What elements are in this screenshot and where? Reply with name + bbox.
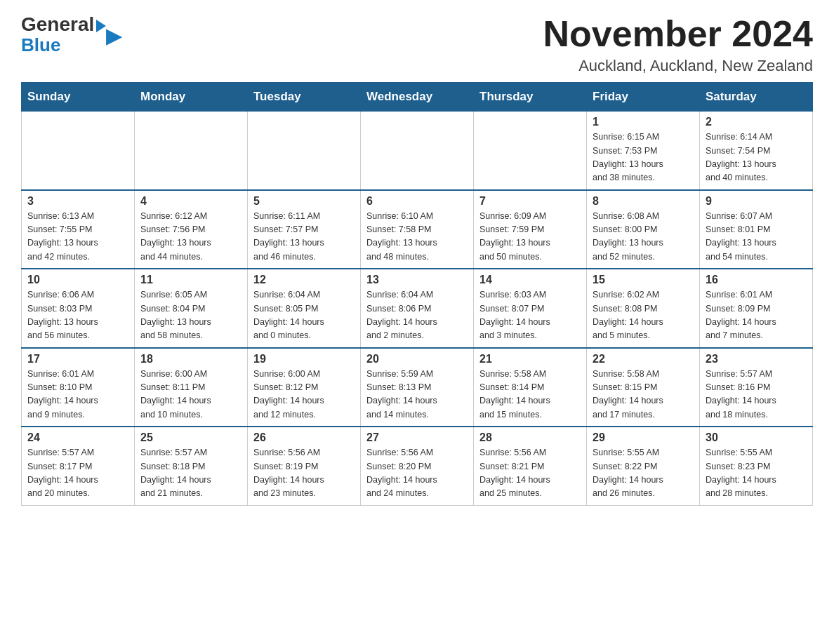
calendar-cell: 10Sunrise: 6:06 AM Sunset: 8:03 PM Dayli… xyxy=(22,269,135,348)
day-number: 13 xyxy=(366,274,468,286)
day-info: Sunrise: 6:07 AM Sunset: 8:01 PM Dayligh… xyxy=(706,210,807,264)
day-info: Sunrise: 6:04 AM Sunset: 8:05 PM Dayligh… xyxy=(253,288,355,343)
calendar-cell: 15Sunrise: 6:02 AM Sunset: 8:08 PM Dayli… xyxy=(587,269,700,348)
day-number: 21 xyxy=(479,353,581,365)
calendar-cell: 25Sunrise: 5:57 AM Sunset: 8:18 PM Dayli… xyxy=(135,427,248,505)
day-info: Sunrise: 5:58 AM Sunset: 8:15 PM Dayligh… xyxy=(593,368,694,422)
calendar-cell xyxy=(361,112,474,190)
calendar-cell: 19Sunrise: 6:00 AM Sunset: 8:12 PM Dayli… xyxy=(248,348,361,427)
day-info: Sunrise: 6:05 AM Sunset: 8:04 PM Dayligh… xyxy=(140,288,241,343)
calendar-cell: 28Sunrise: 5:56 AM Sunset: 8:21 PM Dayli… xyxy=(474,427,587,505)
day-info: Sunrise: 6:14 AM Sunset: 7:54 PM Dayligh… xyxy=(706,130,807,185)
day-info: Sunrise: 5:57 AM Sunset: 8:17 PM Dayligh… xyxy=(27,446,128,501)
calendar-cell xyxy=(248,112,361,190)
title-section: November 2024 Auckland, Auckland, New Ze… xyxy=(543,14,813,75)
day-info: Sunrise: 5:55 AM Sunset: 8:23 PM Dayligh… xyxy=(706,446,807,501)
day-number: 15 xyxy=(593,274,694,286)
day-info: Sunrise: 5:57 AM Sunset: 8:16 PM Dayligh… xyxy=(706,368,807,422)
day-info: Sunrise: 6:13 AM Sunset: 7:55 PM Dayligh… xyxy=(27,210,128,264)
day-number: 27 xyxy=(366,431,468,444)
calendar-cell: 7Sunrise: 6:09 AM Sunset: 7:59 PM Daylig… xyxy=(474,190,587,269)
day-info: Sunrise: 6:11 AM Sunset: 7:57 PM Dayligh… xyxy=(253,210,355,264)
day-number: 8 xyxy=(593,195,694,208)
day-number: 3 xyxy=(27,195,128,208)
calendar-cell: 2Sunrise: 6:14 AM Sunset: 7:54 PM Daylig… xyxy=(700,112,813,190)
logo-general-text: General▶ xyxy=(21,14,106,36)
calendar-cell: 8Sunrise: 6:08 AM Sunset: 8:00 PM Daylig… xyxy=(587,190,700,269)
weekday-header-row: SundayMondayTuesdayWednesdayThursdayFrid… xyxy=(22,83,813,112)
weekday-header-thursday: Thursday xyxy=(474,83,587,112)
month-title: November 2024 xyxy=(543,14,813,54)
day-number: 10 xyxy=(27,274,128,286)
calendar-cell: 12Sunrise: 6:04 AM Sunset: 8:05 PM Dayli… xyxy=(248,269,361,348)
day-info: Sunrise: 6:01 AM Sunset: 8:09 PM Dayligh… xyxy=(706,288,807,343)
page-header: General▶ Blue November 2024 Auckland, Au… xyxy=(21,14,813,75)
day-info: Sunrise: 6:03 AM Sunset: 8:07 PM Dayligh… xyxy=(479,288,581,343)
day-info: Sunrise: 6:00 AM Sunset: 8:12 PM Dayligh… xyxy=(253,368,355,422)
day-info: Sunrise: 6:00 AM Sunset: 8:11 PM Dayligh… xyxy=(140,368,241,422)
calendar-cell: 22Sunrise: 5:58 AM Sunset: 8:15 PM Dayli… xyxy=(587,348,700,427)
day-number: 30 xyxy=(706,431,807,444)
calendar-cell: 26Sunrise: 5:56 AM Sunset: 8:19 PM Dayli… xyxy=(248,427,361,505)
calendar-cell: 24Sunrise: 5:57 AM Sunset: 8:17 PM Dayli… xyxy=(22,427,135,505)
calendar-cell xyxy=(135,112,248,190)
day-info: Sunrise: 5:56 AM Sunset: 8:21 PM Dayligh… xyxy=(479,446,581,501)
day-info: Sunrise: 6:02 AM Sunset: 8:08 PM Dayligh… xyxy=(593,288,694,343)
day-info: Sunrise: 6:08 AM Sunset: 8:00 PM Dayligh… xyxy=(593,210,694,264)
day-number: 12 xyxy=(253,274,355,286)
calendar-week-row: 3Sunrise: 6:13 AM Sunset: 7:55 PM Daylig… xyxy=(22,190,813,269)
day-number: 6 xyxy=(366,195,468,208)
day-number: 22 xyxy=(593,353,694,365)
calendar-cell: 1Sunrise: 6:15 AM Sunset: 7:53 PM Daylig… xyxy=(587,112,700,190)
weekday-header-sunday: Sunday xyxy=(22,83,135,112)
day-number: 4 xyxy=(140,195,241,208)
day-number: 2 xyxy=(706,116,807,128)
calendar-cell: 29Sunrise: 5:55 AM Sunset: 8:22 PM Dayli… xyxy=(587,427,700,505)
weekday-header-tuesday: Tuesday xyxy=(248,83,361,112)
day-number: 7 xyxy=(479,195,581,208)
day-info: Sunrise: 6:06 AM Sunset: 8:03 PM Dayligh… xyxy=(27,288,128,343)
weekday-header-saturday: Saturday xyxy=(700,83,813,112)
day-info: Sunrise: 5:57 AM Sunset: 8:18 PM Dayligh… xyxy=(140,446,241,501)
calendar-cell: 23Sunrise: 5:57 AM Sunset: 8:16 PM Dayli… xyxy=(700,348,813,427)
day-info: Sunrise: 6:04 AM Sunset: 8:06 PM Dayligh… xyxy=(366,288,468,343)
day-number: 17 xyxy=(27,353,128,365)
logo-blue-text: Blue xyxy=(21,36,60,54)
day-info: Sunrise: 6:09 AM Sunset: 7:59 PM Dayligh… xyxy=(479,210,581,264)
calendar-cell: 5Sunrise: 6:11 AM Sunset: 7:57 PM Daylig… xyxy=(248,190,361,269)
day-info: Sunrise: 6:15 AM Sunset: 7:53 PM Dayligh… xyxy=(593,130,694,185)
day-number: 5 xyxy=(253,195,355,208)
day-number: 18 xyxy=(140,353,241,365)
calendar-cell xyxy=(22,112,135,190)
calendar-cell: 18Sunrise: 6:00 AM Sunset: 8:11 PM Dayli… xyxy=(135,348,248,427)
day-number: 24 xyxy=(27,431,128,444)
calendar-cell: 3Sunrise: 6:13 AM Sunset: 7:55 PM Daylig… xyxy=(22,190,135,269)
day-number: 11 xyxy=(140,274,241,286)
calendar-cell: 30Sunrise: 5:55 AM Sunset: 8:23 PM Dayli… xyxy=(700,427,813,505)
logo-triangle-icon: ▶ xyxy=(96,20,106,32)
calendar-cell: 20Sunrise: 5:59 AM Sunset: 8:13 PM Dayli… xyxy=(361,348,474,427)
day-info: Sunrise: 5:56 AM Sunset: 8:20 PM Dayligh… xyxy=(366,446,468,501)
calendar-cell: 4Sunrise: 6:12 AM Sunset: 7:56 PM Daylig… xyxy=(135,190,248,269)
day-number: 23 xyxy=(706,353,807,365)
day-info: Sunrise: 6:01 AM Sunset: 8:10 PM Dayligh… xyxy=(27,368,128,422)
day-number: 26 xyxy=(253,431,355,444)
day-number: 19 xyxy=(253,353,355,365)
weekday-header-wednesday: Wednesday xyxy=(361,83,474,112)
calendar-cell: 16Sunrise: 6:01 AM Sunset: 8:09 PM Dayli… xyxy=(700,269,813,348)
day-number: 28 xyxy=(479,431,581,444)
day-info: Sunrise: 5:55 AM Sunset: 8:22 PM Dayligh… xyxy=(593,446,694,501)
day-info: Sunrise: 6:10 AM Sunset: 7:58 PM Dayligh… xyxy=(366,210,468,264)
calendar-cell: 17Sunrise: 6:01 AM Sunset: 8:10 PM Dayli… xyxy=(22,348,135,427)
day-number: 1 xyxy=(593,116,694,128)
weekday-header-monday: Monday xyxy=(135,83,248,112)
day-info: Sunrise: 5:58 AM Sunset: 8:14 PM Dayligh… xyxy=(479,368,581,422)
calendar-cell: 9Sunrise: 6:07 AM Sunset: 8:01 PM Daylig… xyxy=(700,190,813,269)
calendar-cell: 21Sunrise: 5:58 AM Sunset: 8:14 PM Dayli… xyxy=(474,348,587,427)
calendar-cell: 13Sunrise: 6:04 AM Sunset: 8:06 PM Dayli… xyxy=(361,269,474,348)
day-number: 25 xyxy=(140,431,241,444)
calendar-table: SundayMondayTuesdayWednesdayThursdayFrid… xyxy=(21,82,813,506)
calendar-cell xyxy=(474,112,587,190)
day-info: Sunrise: 6:12 AM Sunset: 7:56 PM Dayligh… xyxy=(140,210,241,264)
calendar-week-row: 24Sunrise: 5:57 AM Sunset: 8:17 PM Dayli… xyxy=(22,427,813,505)
